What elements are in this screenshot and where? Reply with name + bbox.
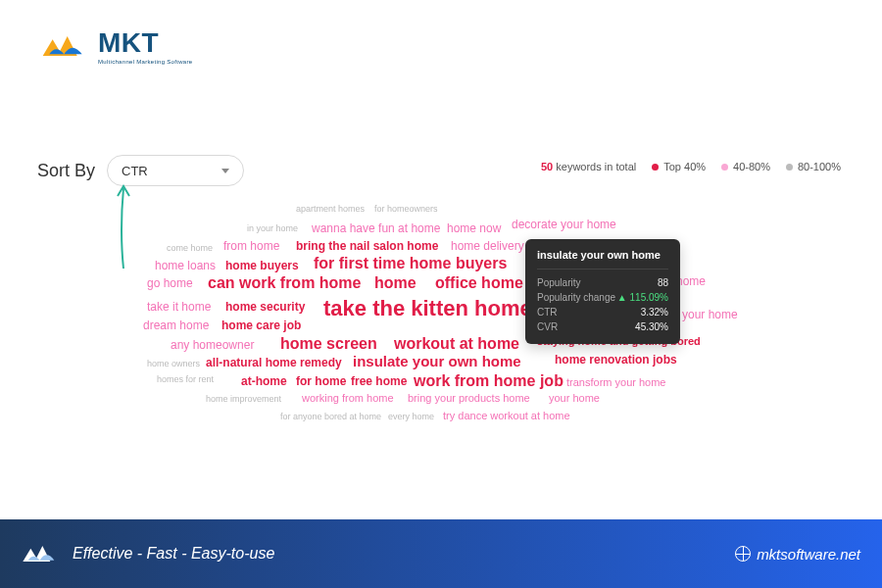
keyword-item[interactable]: home: [374, 274, 416, 292]
tooltip-title: insulate your own home: [537, 249, 668, 270]
footer-tagline: Effective - Fast - Easy-to-use: [73, 545, 274, 563]
keyword-item[interactable]: home buyers: [225, 259, 299, 272]
keyword-item[interactable]: for homeowners: [374, 204, 438, 214]
keyword-item[interactable]: home security: [225, 300, 305, 314]
sort-value: CTR: [122, 164, 148, 178]
legend-item-top: Top 40%: [652, 161, 706, 172]
sort-area: Sort By CTR: [37, 155, 244, 186]
legend-dot-icon: [721, 164, 728, 171]
keyword-item[interactable]: workout at home: [394, 335, 519, 353]
legend-item-mid: 40-80%: [721, 161, 770, 172]
keyword-item[interactable]: work from home job: [414, 372, 564, 390]
keyword-item[interactable]: home owners: [147, 359, 200, 368]
footer-logo-icon: [22, 540, 61, 567]
keyword-item[interactable]: home renovation jobs: [555, 353, 677, 367]
sort-label: Sort By: [37, 161, 95, 181]
legend-count: 50: [541, 161, 553, 172]
keyword-item[interactable]: for first time home buyers: [314, 255, 507, 272]
keyword-item[interactable]: home loans: [155, 259, 216, 272]
keyword-item[interactable]: in your home: [247, 223, 298, 233]
keyword-item[interactable]: home care job: [221, 318, 301, 332]
tooltip-row: CTR3.32%: [537, 305, 668, 319]
legend-item-low: 80-100%: [786, 161, 841, 172]
tooltip-row: Popularity88: [537, 275, 668, 290]
keyword-item[interactable]: at-home: [241, 374, 287, 388]
keyword-item[interactable]: home improvement: [206, 394, 281, 404]
keyword-item[interactable]: home screen: [280, 335, 377, 353]
keyword-item[interactable]: every home: [388, 412, 434, 421]
keyword-item[interactable]: apartment homes: [296, 204, 365, 214]
keyword-item[interactable]: home now: [447, 221, 501, 235]
keyword-item[interactable]: for anyone bored at home: [280, 412, 381, 421]
keyword-cloud: apartment homesfor homeownersin your hom…: [127, 196, 823, 441]
keyword-item[interactable]: can work from home: [208, 274, 361, 292]
keyword-item[interactable]: homes for rent: [157, 374, 214, 384]
footer-url[interactable]: mktsoftware.net: [735, 546, 860, 563]
footer: Effective - Fast - Easy-to-use mktsoftwa…: [0, 519, 882, 588]
keyword-item[interactable]: for home: [296, 374, 346, 388]
keyword-item[interactable]: from home: [223, 239, 279, 253]
legend: 50 keywords in total Top 40% 40-80% 80-1…: [541, 161, 841, 172]
keyword-item[interactable]: your home: [682, 308, 738, 321]
keyword-item[interactable]: take the kitten home: [323, 296, 532, 321]
keyword-tooltip: insulate your own home Popularity88Popul…: [525, 239, 680, 344]
brand-name: MKT: [98, 27, 192, 59]
keyword-item[interactable]: dream home: [143, 318, 209, 332]
keyword-item[interactable]: try dance workout at home: [443, 410, 570, 421]
legend-dot-icon: [786, 164, 793, 171]
keyword-item[interactable]: free home: [351, 374, 407, 388]
logo-mark-icon: [41, 29, 90, 63]
keyword-item[interactable]: wanna have fun at home: [312, 221, 440, 235]
keyword-item[interactable]: home: [676, 274, 706, 288]
keyword-item[interactable]: any homeowner: [171, 338, 254, 352]
tooltip-row: Popularity change▲ 115.09%: [537, 290, 668, 305]
legend-dot-icon: [652, 164, 659, 171]
globe-icon: [735, 546, 751, 562]
tooltip-row: CVR45.30%: [537, 319, 668, 334]
keyword-item[interactable]: bring the nail salon home: [296, 239, 438, 253]
keyword-item[interactable]: go home: [147, 276, 193, 290]
brand-logo: MKT Multichannel Marketing Software: [41, 27, 192, 65]
brand-sub: Multichannel Marketing Software: [98, 59, 192, 65]
keyword-item[interactable]: home delivery: [451, 239, 524, 253]
keyword-item[interactable]: transform your home: [566, 376, 665, 388]
chevron-down-icon: [221, 169, 229, 173]
keyword-item[interactable]: insulate your own home: [353, 353, 521, 369]
keyword-item[interactable]: take it home: [147, 300, 211, 314]
keyword-item[interactable]: your home: [549, 392, 600, 404]
keyword-item[interactable]: bring your products home: [408, 392, 530, 404]
keyword-item[interactable]: decorate your home: [512, 218, 616, 231]
keyword-item[interactable]: come home: [167, 243, 213, 253]
keyword-item[interactable]: working from home: [302, 392, 394, 404]
legend-count-label: keywords in total: [556, 161, 636, 172]
keyword-item[interactable]: office home: [435, 274, 523, 292]
keyword-item[interactable]: all-natural home remedy: [206, 356, 342, 369]
